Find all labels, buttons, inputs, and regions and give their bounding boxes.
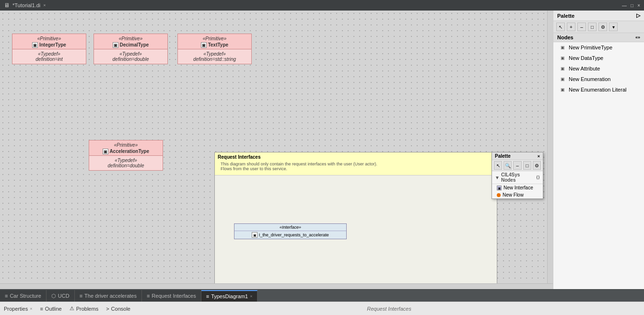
canvas-scrollbar-v[interactable] — [547, 11, 553, 283]
interface-stereotype: «Interface» — [234, 224, 346, 231]
stereotype-decimal: «Primitive» — [94, 34, 167, 41]
palette-btn-arrow[interactable]: ↖ — [556, 23, 565, 31]
icon-car: ≡ — [5, 293, 8, 299]
diagram-description: This diagram should only contain the req… — [218, 160, 494, 173]
label-properties: Properties — [4, 306, 28, 312]
canvas-area[interactable]: «Primitive» ▣ IntegerType «Typedef»defin… — [0, 11, 553, 289]
palette-btn-zoom-in[interactable]: + — [567, 23, 575, 31]
palette-entry-enum-literal-label: New Enumeration Literal — [569, 87, 626, 93]
label-console: Console — [111, 306, 130, 312]
label-outline: Outline — [45, 306, 62, 312]
palette-entry-primitive-label: New PrimitiveType — [569, 45, 612, 50]
palette-section-nodes[interactable]: Nodes «» — [553, 33, 644, 42]
palette-btn-zoom-out[interactable]: – — [577, 23, 586, 31]
inner-toolbar-btn-3[interactable]: – — [513, 161, 521, 170]
palette-entry-attribute-label: New Attribute — [569, 66, 600, 71]
label-driver: The driver accelerates — [84, 293, 137, 299]
title-bar: 🖥 *Tutorial1.di × — □ × — [0, 0, 644, 11]
typedef-decimal: «Typedef»definition=double — [94, 49, 167, 64]
icon-console: > — [106, 306, 109, 312]
icon-close-properties[interactable]: × — [30, 306, 32, 311]
stereotype-text: «Primitive» — [178, 34, 251, 41]
uml-node-acceleration[interactable]: «Primitive» ▣ AccelerationType «Typedef»… — [89, 140, 163, 171]
palette-entry-attribute[interactable]: ▣ New Attribute — [553, 63, 644, 74]
icon-problems: ⚠ — [70, 305, 74, 312]
bottom-tab-types[interactable]: ≡ TypesDiagram1 × — [201, 290, 258, 302]
typedef-text: «Typedef»definition=std::string — [178, 49, 251, 64]
status-properties[interactable]: Properties × — [4, 306, 32, 312]
icon-text: ▣ — [201, 42, 207, 48]
icon-datatype: ▣ — [559, 55, 566, 61]
inner-section-icons[interactable]: ⟨⟩ — [536, 175, 540, 180]
icon-request: ≡ — [147, 293, 150, 299]
stereotype-integer: «Primitive» — [12, 34, 86, 41]
right-palette: Palette ▷ ↖ + – □ ⚙ ▾ Nodes «» ▣ New Pri… — [553, 11, 644, 289]
icon-new-interface: ▣ — [497, 186, 502, 190]
palette-toolbar-main: ↖ + – □ ⚙ ▾ — [553, 21, 644, 33]
inner-item-flow[interactable]: New Flow — [492, 191, 543, 198]
palette-btn-more[interactable]: ▾ — [609, 23, 618, 31]
bottom-tab-driver[interactable]: ≡ The driver accelerates — [75, 290, 142, 302]
palette-entry-primitive[interactable]: ▣ New PrimitiveType — [553, 42, 644, 53]
section-nodes-label: Nodes — [557, 35, 574, 40]
bottom-tab-request[interactable]: ≡ Request Interfaces — [142, 290, 201, 302]
main-layout: «Primitive» ▣ IntegerType «Typedef»defin… — [0, 11, 644, 289]
typedef-integer: «Typedef»definition=int — [12, 49, 86, 64]
inner-toolbar-btn-2[interactable]: 🔍 — [503, 161, 512, 170]
bottom-tab-car[interactable]: ≡ Car Structure — [0, 290, 47, 302]
tab-types-close[interactable]: × — [250, 294, 252, 299]
inner-palette-toolbar: ↖ 🔍 – □ ⚙ — [492, 160, 543, 171]
inner-palette: Palette × ↖ 🔍 – □ ⚙ ▼ CIL4Sys Nodes ⟨⟩ ▣… — [492, 152, 543, 199]
inner-section-expand[interactable]: ▼ — [495, 175, 500, 180]
palette-expand-icon[interactable]: ▷ — [636, 12, 640, 19]
interface-name: ▣ I_the_driver_requests_to_accelerate — [234, 231, 346, 239]
minimize-btn[interactable]: — — [622, 3, 627, 8]
inner-section-label: CIL4Sys Nodes — [501, 172, 535, 183]
close-btn[interactable]: × — [637, 3, 640, 8]
status-problems[interactable]: ⚠ Problems — [70, 305, 98, 312]
palette-entry-enumeration-label: New Enumeration — [569, 76, 610, 82]
status-tooltip: Request Interfaces — [138, 306, 640, 312]
palette-btn-settings[interactable]: ⚙ — [598, 23, 607, 31]
uml-node-decimal[interactable]: «Primitive» ▣ DecimalType «Typedef»defin… — [94, 34, 168, 64]
inner-palette-title: Palette × — [492, 152, 543, 160]
icon-attribute: ▣ — [559, 65, 566, 72]
palette-btn-fit[interactable]: □ — [588, 23, 597, 31]
maximize-btn[interactable]: □ — [631, 3, 633, 8]
name-text: ▣ TextType — [178, 41, 251, 49]
palette-header: Palette ▷ — [553, 11, 644, 21]
canvas-scrollbar-h[interactable] — [0, 283, 553, 289]
tab-close-title[interactable]: × — [43, 3, 46, 8]
inner-palette-close[interactable]: × — [538, 154, 540, 159]
label-problems: Problems — [76, 306, 98, 312]
diagram-container[interactable]: Request Interfaces This diagram should o… — [214, 152, 497, 289]
bottom-tab-ucd[interactable]: ⬡ UCD — [47, 290, 75, 302]
inner-item-flow-label: New Flow — [503, 192, 524, 198]
inner-item-interface[interactable]: ▣ New Interface — [492, 184, 543, 191]
name-acceleration: ▣ AccelerationType — [89, 148, 163, 155]
palette-entry-datatype[interactable]: ▣ New DataType — [553, 53, 644, 63]
typedef-acceleration: «Typedef»definition=double — [89, 155, 163, 170]
palette-title-label: Palette — [557, 13, 574, 19]
palette-entry-datatype-label: New DataType — [569, 55, 603, 61]
status-bar: Properties × ≡ Outline ⚠ Problems > Cons… — [0, 302, 644, 315]
interface-node[interactable]: «Interface» ▣ I_the_driver_requests_to_a… — [234, 223, 347, 239]
icon-enumeration: ▣ — [559, 76, 566, 82]
icon-primitive: ▣ — [559, 44, 566, 51]
inner-toolbar-btn-5[interactable]: ⚙ — [533, 161, 541, 170]
name-decimal: ▣ DecimalType — [94, 41, 167, 49]
palette-entry-enumeration[interactable]: ▣ New Enumeration — [553, 74, 644, 84]
status-console[interactable]: > Console — [106, 306, 130, 312]
uml-node-text[interactable]: «Primitive» ▣ TextType «Typedef»definiti… — [177, 34, 252, 64]
inner-toolbar-btn-4[interactable]: □ — [523, 161, 531, 170]
uml-node-integer[interactable]: «Primitive» ▣ IntegerType «Typedef»defin… — [12, 34, 86, 64]
status-outline[interactable]: ≡ Outline — [40, 306, 61, 312]
palette-entry-enum-literal[interactable]: ▣ New Enumeration Literal — [553, 84, 644, 95]
label-types: TypesDiagram1 — [211, 293, 248, 299]
inner-toolbar-btn-1[interactable]: ↖ — [494, 161, 502, 170]
icon-types: ≡ — [206, 293, 209, 299]
stereotype-acceleration: «Primitive» — [89, 140, 163, 148]
icon-enum-literal: ▣ — [559, 86, 566, 93]
label-request: Request Interfaces — [152, 293, 196, 299]
icon-new-flow — [497, 193, 501, 197]
